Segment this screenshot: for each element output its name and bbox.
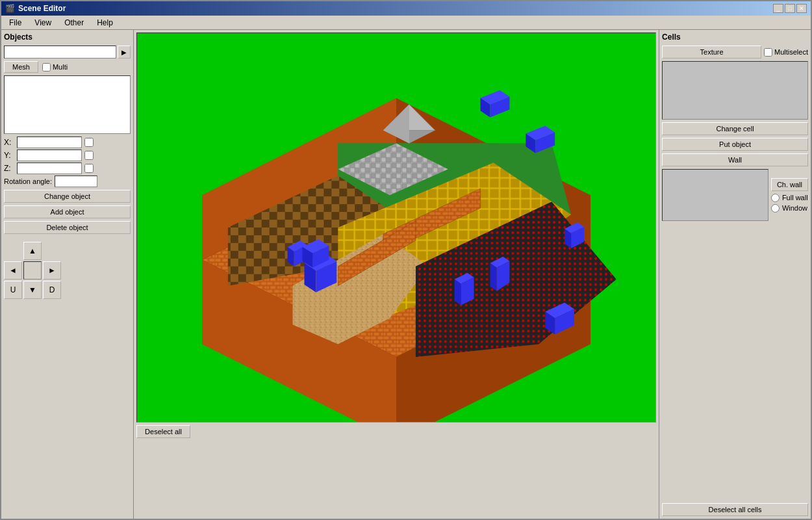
put-object-button[interactable]: Put object	[662, 138, 808, 151]
full-wall-radio-label[interactable]: Full wall	[771, 194, 808, 202]
wall-texture-preview	[662, 169, 768, 221]
multi-checkbox-label[interactable]: Multi	[42, 63, 68, 72]
wall-controls-row: Ch. wall Full wall Window	[662, 169, 808, 221]
scene-svg	[137, 33, 655, 422]
menu-file[interactable]: File	[4, 17, 27, 29]
menubar: File View Other Help	[1, 16, 811, 30]
title-bar-controls: _ □ ✕	[773, 4, 807, 13]
main-window: 🎬 Scene Editor _ □ ✕ File View Other Hel…	[0, 0, 812, 520]
mesh-row: Mesh Multi	[4, 61, 131, 73]
title-bar-left: 🎬 Scene Editor	[5, 4, 66, 13]
nav-left-button[interactable]: ◄	[4, 261, 22, 280]
nav-pad: ▲ ◄ ► U ▼ D	[4, 242, 62, 299]
add-object-button[interactable]: Add object	[4, 205, 131, 218]
cells-title: Cells	[662, 32, 808, 42]
x-checkbox[interactable]	[84, 138, 94, 147]
rotation-row: Rotation angle:	[4, 176, 131, 187]
deselect-all-cells-button[interactable]: Deselect all cells	[662, 503, 808, 516]
window-icon: 🎬	[5, 4, 15, 13]
objects-search-row: ▶	[4, 46, 131, 58]
window-radio[interactable]	[771, 204, 780, 213]
x-input[interactable]	[17, 136, 82, 148]
nav-right-button[interactable]: ►	[43, 261, 61, 280]
full-wall-radio[interactable]	[771, 194, 780, 202]
close-button[interactable]: ✕	[796, 4, 807, 13]
y-coord-row: Y:	[4, 150, 131, 161]
z-checkbox[interactable]	[84, 164, 94, 173]
minimize-button[interactable]: _	[773, 4, 783, 13]
right-panel: Cells Texture Multiselect Change cell Pu…	[659, 30, 811, 519]
nav-down-left-button[interactable]: U	[4, 281, 22, 299]
nav-down-button[interactable]: ▼	[23, 281, 42, 299]
nav-pad-container: ▲ ◄ ► U ▼ D	[4, 239, 131, 299]
multiselect-label[interactable]: Multiselect	[764, 48, 808, 57]
menu-view[interactable]: View	[29, 17, 57, 29]
menu-other[interactable]: Other	[59, 17, 89, 29]
texture-button[interactable]: Texture	[662, 46, 761, 58]
y-input[interactable]	[17, 150, 82, 161]
menu-help[interactable]: Help	[92, 17, 118, 29]
objects-list[interactable]	[4, 75, 131, 134]
deselect-all-button[interactable]: Deselect all	[136, 425, 190, 438]
cell-texture-preview	[662, 61, 808, 120]
change-object-button[interactable]: Change object	[4, 190, 131, 203]
left-panel: Objects ▶ Mesh Multi X:	[1, 30, 134, 519]
nav-center	[23, 261, 42, 280]
nav-down-right-button[interactable]: D	[43, 281, 61, 299]
title-bar: 🎬 Scene Editor _ □ ✕	[1, 1, 811, 16]
z-coord-row: Z:	[4, 162, 131, 174]
change-cell-button[interactable]: Change cell	[662, 122, 808, 135]
wall-section: Wall Ch. wall Full wall	[662, 153, 808, 221]
rotation-label: Rotation angle:	[4, 177, 52, 185]
window-radio-label[interactable]: Window	[771, 204, 808, 213]
z-label: Z:	[4, 164, 14, 173]
window-title: Scene Editor	[18, 4, 66, 13]
delete-object-button[interactable]: Delete object	[4, 221, 131, 234]
z-input[interactable]	[17, 162, 82, 174]
svg-marker-55	[455, 280, 461, 306]
ch-wall-button[interactable]: Ch. wall	[771, 178, 808, 191]
mesh-button[interactable]: Mesh	[4, 61, 38, 73]
objects-arrow-button[interactable]: ▶	[118, 46, 131, 58]
coords-section: X: Y: Z: Rotation angle:	[4, 136, 131, 187]
rotation-input[interactable]	[55, 176, 97, 187]
multiselect-checkbox[interactable]	[764, 48, 772, 57]
multi-checkbox[interactable]	[42, 63, 51, 72]
x-label: X:	[4, 138, 14, 147]
wall-button[interactable]: Wall	[662, 153, 808, 166]
y-label: Y:	[4, 151, 14, 160]
main-content: Objects ▶ Mesh Multi X:	[1, 30, 811, 519]
wall-type-radio-group: Full wall Window	[771, 194, 808, 213]
objects-title: Objects	[4, 32, 131, 42]
y-checkbox[interactable]	[84, 151, 94, 160]
objects-search-input[interactable]	[4, 46, 116, 58]
x-coord-row: X:	[4, 136, 131, 148]
texture-controls-row: Texture Multiselect	[662, 46, 808, 58]
scene-canvas[interactable]	[136, 32, 656, 422]
canvas-area: Deselect all	[134, 30, 659, 519]
svg-marker-58	[490, 263, 497, 291]
maximize-button[interactable]: □	[785, 4, 795, 13]
nav-up-button[interactable]: ▲	[23, 242, 42, 260]
